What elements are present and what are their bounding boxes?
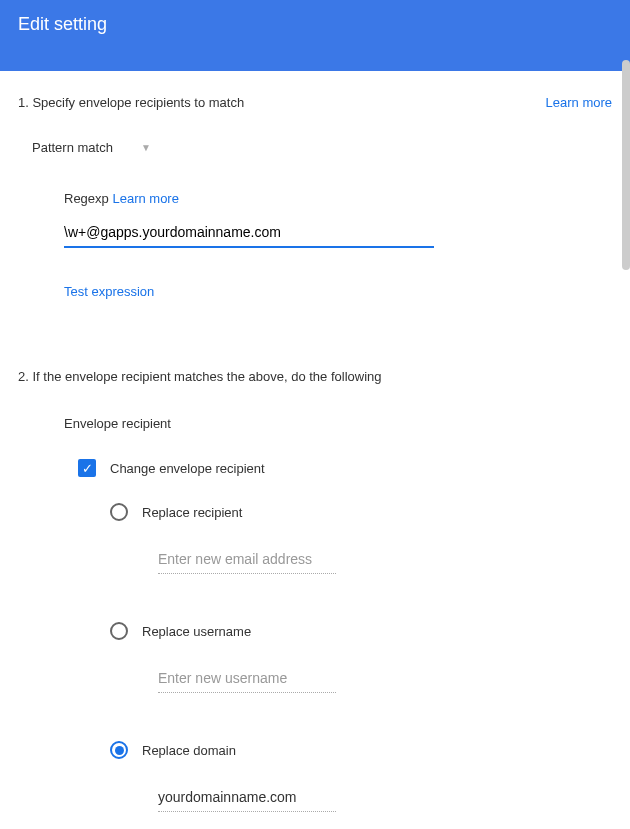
scrollbar[interactable]: [622, 60, 630, 270]
test-expression-link[interactable]: Test expression: [64, 284, 612, 299]
radio-dot-icon: [115, 746, 124, 755]
replace-username-radio[interactable]: [110, 622, 128, 640]
replace-domain-input[interactable]: [158, 783, 336, 812]
replace-recipient-label: Replace recipient: [142, 505, 242, 520]
regexp-learn-more-link[interactable]: Learn more: [112, 191, 178, 206]
dialog-content: 1. Specify envelope recipients to match …: [0, 71, 630, 829]
change-envelope-checkbox[interactable]: ✓: [78, 459, 96, 477]
regexp-label: Regexp: [64, 191, 109, 206]
change-envelope-label: Change envelope recipient: [110, 461, 265, 476]
learn-more-link[interactable]: Learn more: [546, 95, 612, 110]
replace-username-label: Replace username: [142, 624, 251, 639]
chevron-down-icon: ▼: [141, 142, 151, 153]
section2-title: 2. If the envelope recipient matches the…: [18, 369, 612, 384]
replace-username-input[interactable]: [158, 664, 336, 693]
replace-domain-label: Replace domain: [142, 743, 236, 758]
regexp-label-row: Regexp Learn more: [64, 191, 612, 206]
envelope-recipient-label: Envelope recipient: [64, 416, 612, 431]
regexp-input[interactable]: [64, 218, 434, 248]
dialog-title: Edit setting: [18, 14, 107, 34]
dropdown-selected: Pattern match: [32, 140, 113, 155]
dialog-header: Edit setting: [0, 0, 630, 71]
replace-domain-radio[interactable]: [110, 741, 128, 759]
replace-recipient-input[interactable]: [158, 545, 336, 574]
check-icon: ✓: [82, 462, 93, 475]
section1-title: 1. Specify envelope recipients to match: [18, 95, 244, 110]
match-type-dropdown[interactable]: Pattern match ▼: [32, 140, 612, 155]
replace-recipient-radio[interactable]: [110, 503, 128, 521]
